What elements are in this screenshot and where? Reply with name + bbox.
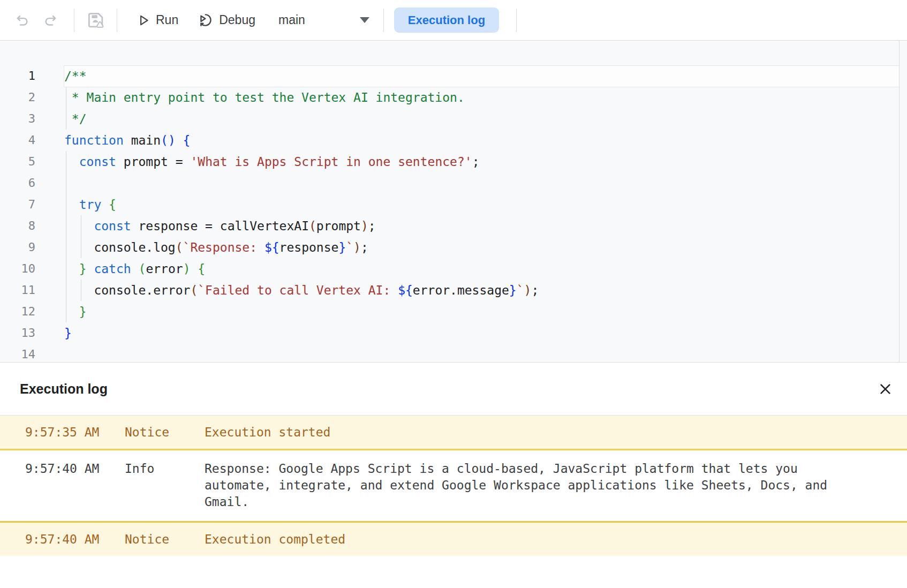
toolbar-divider xyxy=(74,9,74,32)
code-token-b3: ( xyxy=(190,283,198,297)
code-line[interactable]: } xyxy=(64,301,87,322)
toolbar-divider xyxy=(516,9,517,32)
editor-scrollbar-boundary xyxy=(899,41,900,362)
execution-log-button[interactable]: Execution log xyxy=(394,7,499,33)
code-line[interactable]: * Main entry point to test the Vertex AI… xyxy=(64,87,465,108)
line-number[interactable]: 3 xyxy=(0,108,35,130)
code-line[interactable]: console.log(`Response: ${response}`); xyxy=(64,237,368,258)
line-number[interactable]: 9 xyxy=(0,237,35,258)
toolbar-divider xyxy=(117,9,117,32)
code-token-plain: ; xyxy=(531,283,539,297)
code-token-tpl: } xyxy=(509,283,517,297)
close-execution-log-button[interactable] xyxy=(874,378,896,399)
code-token-b3: ) xyxy=(524,283,532,297)
code-line[interactable]: /** xyxy=(64,65,87,87)
toolbar: Run Debug main Execution log xyxy=(0,0,907,41)
code-token-plain: error xyxy=(146,262,183,276)
log-timestamp: 9:57:35 AM xyxy=(25,416,99,449)
code-token-plain xyxy=(64,198,79,212)
code-token-b1: () xyxy=(161,133,176,147)
log-entry: 9:57:40 AMInfoResponse: Google Apps Scri… xyxy=(0,450,907,521)
code-token-plain: response = callVertexAI xyxy=(131,219,309,233)
debug-button-label: Debug xyxy=(219,13,255,27)
code-line[interactable]: const prompt = 'What is Apps Script in o… xyxy=(64,151,480,172)
code-token-keyword: catch xyxy=(94,262,131,276)
code-token-b3: ) xyxy=(361,219,368,233)
code-token-plain xyxy=(131,262,139,276)
log-entry: 9:57:40 AMNoticeExecution completed xyxy=(0,521,907,556)
line-number[interactable]: 1 xyxy=(0,65,35,87)
current-line-highlight xyxy=(64,65,900,87)
save-icon xyxy=(86,10,106,31)
code-token-plain xyxy=(176,133,183,147)
code-token-b2: ) xyxy=(183,262,191,276)
code-token-comment: /** xyxy=(64,69,87,83)
line-number[interactable]: 12 xyxy=(0,301,35,322)
log-timestamp: 9:57:40 AM xyxy=(25,523,99,556)
code-token-plain: main xyxy=(124,133,161,147)
code-line[interactable]: } xyxy=(64,322,72,344)
code-token-b3: ( xyxy=(176,240,183,254)
log-entry: 9:57:35 AMNoticeExecution started xyxy=(0,415,907,450)
line-number[interactable]: 10 xyxy=(0,258,35,280)
redo-icon xyxy=(43,13,57,27)
undo-button[interactable] xyxy=(16,13,30,27)
log-message: Execution started xyxy=(205,416,847,449)
code-token-keyword: const xyxy=(79,155,116,169)
line-number[interactable]: 5 xyxy=(0,151,35,172)
play-icon xyxy=(137,13,150,27)
line-number[interactable]: 8 xyxy=(0,215,35,237)
code-token-plain: ; xyxy=(361,240,368,254)
line-number[interactable]: 2 xyxy=(0,87,35,108)
code-token-b2: { xyxy=(198,262,205,276)
code-line[interactable]: try { xyxy=(64,194,116,215)
line-number[interactable]: 7 xyxy=(0,194,35,215)
code-token-b1: } xyxy=(64,326,72,340)
code-line[interactable]: console.error(`Failed to call Vertex AI:… xyxy=(64,280,539,301)
code-token-b2: ( xyxy=(139,262,146,276)
code-token-string: 'What is Apps Script in one sentence?' xyxy=(190,155,472,169)
line-number[interactable]: 13 xyxy=(0,322,35,344)
function-selector[interactable]: main xyxy=(278,13,369,27)
code-token-tpl: } xyxy=(338,240,346,254)
code-line[interactable]: const response = callVertexAI(prompt); xyxy=(64,215,376,237)
code-token-string: `Failed to call Vertex AI: xyxy=(198,283,398,297)
code-token-b1: { xyxy=(183,133,191,147)
code-token-tpl: ${ xyxy=(264,240,279,254)
line-number[interactable]: 14 xyxy=(0,344,35,363)
log-level: Notice xyxy=(125,416,169,449)
code-token-keyword: try xyxy=(79,198,102,212)
line-number[interactable]: 6 xyxy=(0,172,35,194)
code-token-plain xyxy=(101,198,109,212)
run-button[interactable]: Run xyxy=(137,13,178,27)
code-line[interactable]: } catch (error) { xyxy=(64,258,205,280)
code-token-string: ` xyxy=(346,240,353,254)
line-number[interactable]: 11 xyxy=(0,280,35,301)
code-token-plain xyxy=(191,262,198,276)
code-token-tpl: ${ xyxy=(398,283,413,297)
code-token-plain xyxy=(64,219,94,233)
execution-log-panel: Execution log 9:57:35 AMNoticeExecution … xyxy=(0,363,907,588)
save-button[interactable] xyxy=(86,10,106,31)
code-editor[interactable]: 1234567891011121314 /** * Main entry poi… xyxy=(0,41,907,363)
code-token-comment: */ xyxy=(64,112,87,126)
redo-button[interactable] xyxy=(43,13,57,27)
execution-log-header: Execution log xyxy=(0,363,907,415)
code-token-b2: } xyxy=(79,305,87,319)
debug-icon xyxy=(198,12,214,28)
code-token-comment: * Main entry point to test the Vertex AI… xyxy=(64,91,465,104)
code-token-plain: ; xyxy=(368,219,376,233)
close-icon xyxy=(878,382,893,396)
code-line[interactable]: */ xyxy=(64,108,87,130)
undo-icon xyxy=(16,13,30,27)
log-level: Notice xyxy=(125,523,169,556)
code-token-string: `Response: xyxy=(183,240,264,254)
code-token-b2: } xyxy=(79,262,87,276)
toolbar-divider xyxy=(383,9,384,32)
code-line[interactable]: function main() { xyxy=(64,130,190,151)
line-number[interactable]: 4 xyxy=(0,130,35,151)
code-token-plain xyxy=(64,155,79,169)
debug-button[interactable]: Debug xyxy=(198,12,255,28)
log-message: Execution completed xyxy=(205,523,847,556)
code-token-plain: console.log xyxy=(64,240,176,254)
